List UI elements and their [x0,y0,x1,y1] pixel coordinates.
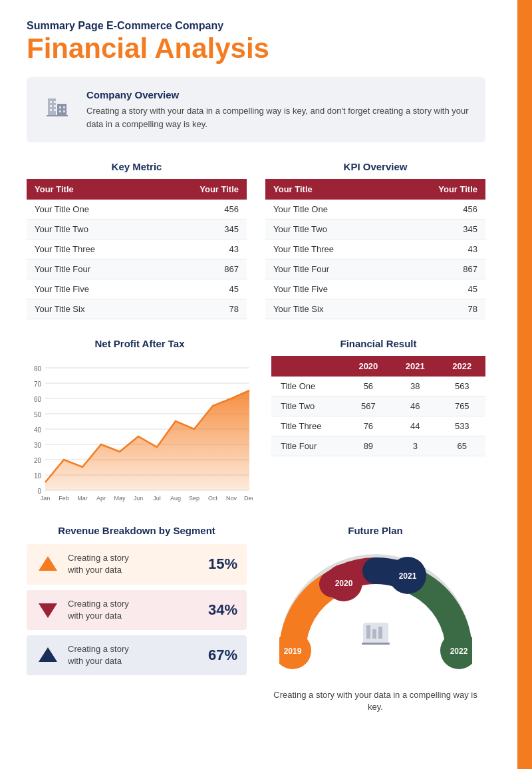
kpi-value: 867 [394,259,485,279]
table-row: Your Title One456 [265,200,485,220]
svg-rect-57 [372,629,376,639]
revenue-item-pct: 15% [208,555,237,573]
revenue-breakdown-item: Creating a storywith your data 15% [27,544,247,584]
fr-val-2022: 533 [439,416,485,436]
svg-rect-4 [50,105,52,107]
km-value: 456 [155,200,247,220]
svg-text:May: May [114,495,126,502]
km-value: 78 [155,299,247,319]
km-value: 345 [155,220,247,239]
km-value: 43 [155,239,247,259]
km-value: 45 [155,279,247,299]
table-row: Your Title Six78 [265,299,485,319]
kpi-label: Your Title Two [265,220,394,239]
table-row: Your Title Five45 [265,279,485,299]
svg-rect-58 [378,627,382,639]
building-icon [40,89,74,124]
kpi-value: 78 [394,299,485,319]
table-row: Your Title Four867 [265,259,485,279]
kpi-label: Your Title Four [265,259,394,279]
svg-rect-1 [57,104,66,116]
kpi-label: Your Title Five [265,279,394,299]
future-plan-section: Future Plan 2019 2020 20 [265,525,485,713]
net-profit-title: Net Profit After Tax [27,338,253,349]
kpi-label: Your Title Three [265,239,394,259]
overview-title: Company Overview [86,89,472,100]
table-row: Your Title Six78 [27,299,247,319]
svg-text:20: 20 [34,457,42,464]
svg-text:Aug: Aug [170,495,181,502]
kpi-label: Your Title One [265,200,394,220]
svg-text:50: 50 [34,411,42,418]
key-metric-table: Your Title Your Title Your Title One456Y… [27,179,247,319]
svg-text:Oct: Oct [208,495,218,502]
km-label: Your Title Four [27,259,155,279]
svg-text:Dec: Dec [244,495,253,502]
svg-text:Feb: Feb [59,495,69,502]
fr-val-2021: 46 [392,396,438,416]
net-profit-chart: 0 10 20 30 40 50 60 70 80 [27,357,253,506]
svg-text:10: 10 [34,472,42,480]
fr-year1: 2020 [345,356,392,377]
revenue-arrow-icon [36,643,60,667]
revenue-breakdown-item: Creating a storywith your data 67% [27,635,247,675]
table-row: Your Title Five45 [27,279,247,299]
financial-result-section: Financial Result 2020 2021 2022 Title On… [271,338,485,506]
revenue-arrow-icon [36,598,60,622]
key-metric-section: Key Metric Your Title Your Title Your Ti… [27,161,247,319]
revenue-item-pct: 67% [208,647,237,664]
header-title: Financial Analysis [27,33,485,64]
svg-rect-8 [59,106,61,108]
km-label: Your Title Five [27,279,155,299]
km-col1-header: Your Title [27,179,155,200]
kpi-overview-section: KPI Overview Your Title Your Title Your … [265,161,485,319]
net-profit-section: Net Profit After Tax 0 10 20 30 40 50 60… [27,338,253,506]
revenue-item-pct: 34% [208,601,237,619]
table-row: Your Title Two345 [265,220,485,239]
table-row: Title Three 76 44 533 [271,416,485,436]
revenue-item-text: Creating a storywith your data [68,552,200,576]
revenue-breakdown-section: Revenue Breakdown by Segment Creating a … [27,525,247,713]
table-row: Title Two 567 46 765 [271,396,485,416]
fr-val-2022: 765 [439,396,485,416]
table-row: Your Title Three43 [27,239,247,259]
fr-row-label: Title Four [271,436,345,456]
svg-text:0: 0 [37,488,41,495]
svg-rect-7 [54,109,56,111]
table-row: Your Title One456 [27,200,247,220]
svg-rect-2 [50,101,52,103]
future-plan-caption: Creating a story with your data in a com… [265,689,485,713]
svg-text:80: 80 [34,365,42,373]
financial-result-title: Financial Result [271,338,485,349]
fr-val-2021: 3 [392,436,438,456]
svg-rect-12 [47,115,68,116]
svg-text:2022: 2022 [450,647,467,656]
svg-marker-46 [39,647,57,662]
svg-text:Jun: Jun [134,495,144,502]
svg-marker-45 [39,603,57,618]
fr-val-2022: 563 [439,377,485,396]
svg-text:Mar: Mar [77,495,88,502]
overview-card: Company Overview Creating a story with y… [27,77,485,142]
svg-rect-5 [54,105,56,107]
fr-row-label: Title One [271,377,345,396]
table-row: Title Four 89 3 65 [271,436,485,456]
kpi-label: Your Title Six [265,299,394,319]
revenue-arrow-icon [36,552,60,576]
chart-and-financial-row: Net Profit After Tax 0 10 20 30 40 50 60… [27,338,485,506]
fr-val-2020: 56 [345,377,392,396]
svg-rect-9 [63,106,65,108]
svg-rect-11 [63,110,65,112]
svg-text:2021: 2021 [398,571,416,581]
right-accent-bar [517,0,532,769]
table-row: Your Title Two345 [27,220,247,239]
fr-val-2022: 65 [439,436,485,456]
svg-text:Jul: Jul [153,495,161,502]
svg-rect-59 [362,643,390,645]
km-label: Your Title One [27,200,155,220]
svg-text:70: 70 [34,381,42,388]
kpi-value: 43 [394,239,485,259]
svg-text:Sep: Sep [189,495,200,502]
fr-val-2020: 76 [345,416,392,436]
overview-text: Company Overview Creating a story with y… [86,89,472,130]
